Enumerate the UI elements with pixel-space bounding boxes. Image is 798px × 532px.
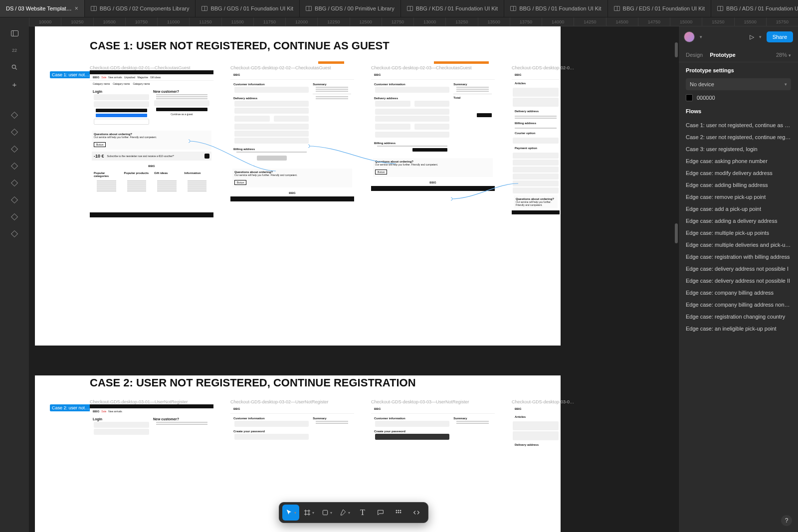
section-title: CASE 1: USER NOT REGISTERED, CONTINUE AS… bbox=[90, 39, 390, 52]
flow-item[interactable]: Edge case: an ineligible pick-up point bbox=[679, 323, 798, 335]
h: Delivery address bbox=[512, 441, 560, 448]
chevron-down-icon[interactable]: ▾ bbox=[700, 34, 702, 39]
component-icon[interactable] bbox=[10, 128, 18, 136]
chevron-down-icon: ▾ bbox=[785, 82, 787, 87]
text-tool[interactable]: T bbox=[354, 505, 371, 521]
file-tab[interactable]: BBG / BDS / 01 Foundation UI Kit bbox=[504, 0, 607, 17]
flow-item[interactable]: Edge case: adding a delivery address bbox=[679, 215, 798, 227]
file-tab[interactable]: BBG / GDS / 01 Foundation UI Kit bbox=[196, 0, 300, 17]
component-icon[interactable] bbox=[10, 230, 18, 238]
component-icon[interactable] bbox=[10, 111, 18, 119]
h: Delivery address bbox=[233, 97, 310, 100]
avatar[interactable] bbox=[684, 31, 695, 42]
background-color-row[interactable]: 000000 bbox=[686, 94, 791, 101]
flow-item[interactable]: Edge case: company billing address bbox=[679, 287, 798, 299]
frame-label: Checkout-GDS-desktop-02-0… bbox=[512, 65, 574, 70]
flow-item[interactable]: Edge case: multiple deliveries and pick-… bbox=[679, 239, 798, 251]
actions-tool[interactable] bbox=[390, 505, 407, 521]
flow-item[interactable]: Edge case: delivery address not possible… bbox=[679, 275, 798, 287]
login-heading: Login bbox=[93, 417, 150, 421]
flow-item[interactable]: Edge case: adding billing address bbox=[679, 179, 798, 191]
component-icon[interactable] bbox=[10, 179, 18, 187]
q-sub: Our service will help you further. Frien… bbox=[94, 136, 209, 139]
ruler-tick: 11250 bbox=[189, 17, 221, 26]
frame-tool[interactable]: ▾ bbox=[300, 505, 317, 521]
col-h: Popular products bbox=[124, 172, 150, 175]
tab-prototype[interactable]: Prototype bbox=[710, 52, 735, 58]
svg-point-19 bbox=[400, 512, 401, 513]
flow-item[interactable]: Edge case: asking phone number bbox=[679, 155, 798, 167]
flow-item[interactable]: Edge case: delivery address not possible… bbox=[679, 263, 798, 275]
ruler-tick: 14250 bbox=[574, 17, 605, 26]
file-tab[interactable]: BBG / GDS / 00 Primitive Library bbox=[300, 0, 401, 17]
shape-tool[interactable]: ▾ bbox=[318, 505, 335, 521]
nav-item: Unpacked bbox=[124, 76, 136, 79]
section-heading: Prototype settings bbox=[679, 62, 798, 76]
file-tab-active[interactable]: DS / 03 Website Templat… × bbox=[0, 0, 85, 17]
component-icon[interactable] bbox=[10, 145, 18, 153]
artboard[interactable]: BBG Articles Delivery address Billing ad… bbox=[512, 70, 560, 300]
frame-label: Checkout-GDS-desktop-02-02—CheckoutasGue… bbox=[230, 65, 331, 70]
component-icon[interactable] bbox=[10, 162, 18, 170]
h: Billing address bbox=[233, 148, 310, 151]
h: Billing address bbox=[374, 142, 450, 145]
flow-item[interactable]: Edge case: add a pick-up point bbox=[679, 203, 798, 215]
flow-item[interactable]: Edge case: multiple pick-up points bbox=[679, 227, 798, 239]
chevron-down-icon[interactable]: ▾ bbox=[759, 34, 762, 39]
flow-item[interactable]: Edge case: company billing address non-E… bbox=[679, 299, 798, 311]
move-tool[interactable]: ▾ bbox=[282, 505, 299, 521]
artboard[interactable]: BBG Articles Delivery address bbox=[512, 404, 560, 532]
ruler-tick: 11750 bbox=[253, 17, 285, 26]
q-sub: Our service will help you further. Frien… bbox=[234, 174, 350, 177]
file-tab[interactable]: BBG / EDS / 01 Foundation UI Kit bbox=[608, 0, 711, 17]
frame-label: Checkout-GDS-desktop-02-03—CheckoutasGue… bbox=[371, 65, 472, 70]
component-icon[interactable] bbox=[10, 196, 18, 204]
file-tab[interactable]: BBG / KDS / 01 Foundation UI Kit bbox=[401, 0, 504, 17]
book-icon bbox=[306, 6, 312, 11]
artboard[interactable]: BBG Customer information Delivery addres… bbox=[230, 70, 354, 264]
scrollbar-thumb[interactable] bbox=[675, 223, 678, 243]
tab-label: BBG / BDS / 01 Foundation UI Kit bbox=[519, 5, 601, 11]
device-selector[interactable]: No device ▾ bbox=[686, 78, 791, 90]
component-icon[interactable] bbox=[10, 213, 18, 221]
cat: Category name bbox=[133, 82, 150, 85]
add-icon[interactable]: + bbox=[10, 80, 18, 88]
book-icon bbox=[510, 6, 516, 11]
flow-item[interactable]: Case 2: user not registered, continue re… bbox=[679, 131, 798, 143]
comment-tool[interactable] bbox=[372, 505, 389, 521]
ruler-tick: 15500 bbox=[734, 17, 766, 26]
close-icon[interactable]: × bbox=[75, 5, 78, 12]
panel-toggle-icon[interactable] bbox=[10, 29, 18, 37]
scrollbar-thumb[interactable] bbox=[675, 42, 678, 57]
col-h: Information bbox=[185, 172, 210, 175]
artboard[interactable]: BBG Sale New arrivals Login New customer… bbox=[90, 404, 213, 532]
mini-button: Button bbox=[234, 180, 246, 185]
flow-item[interactable]: Edge case: registration with billing add… bbox=[679, 251, 798, 263]
logo: BBG bbox=[512, 404, 560, 413]
artboard[interactable]: BBG Customer information Delivery addres… bbox=[371, 70, 495, 264]
pen-tool[interactable]: ▾ bbox=[336, 505, 353, 521]
file-tab[interactable]: BBG / GDS / 02 Components Library bbox=[85, 0, 196, 17]
h: Customer information bbox=[374, 417, 450, 420]
artboard[interactable]: BBG Sale New arrivals Unpacked Magazine … bbox=[90, 70, 213, 291]
tab-label: BBG / GDS / 00 Primitive Library bbox=[315, 5, 395, 11]
h: Articles bbox=[512, 80, 560, 87]
flow-item[interactable]: Case 1: user not registered, continue as… bbox=[679, 119, 798, 131]
frame-label: Checkout-GDS-desktop-03-0… bbox=[512, 399, 574, 404]
file-tab[interactable]: BBG / ADS / 01 Foundation UI Kit bbox=[711, 0, 798, 17]
zoom-level[interactable]: 28% ▾ bbox=[776, 52, 791, 58]
help-button[interactable]: ? bbox=[781, 515, 792, 526]
flow-item[interactable]: Edge case: modify delivery address bbox=[679, 167, 798, 179]
ruler-horizontal: 10000 10250 10500 10750 11000 11250 1150… bbox=[29, 17, 798, 26]
flow-item[interactable]: Edge case: remove pick-up point bbox=[679, 191, 798, 203]
dev-tool[interactable] bbox=[408, 505, 425, 521]
book-icon bbox=[201, 6, 207, 11]
ruler-tick: 13500 bbox=[478, 17, 510, 26]
flow-item[interactable]: Edge case: registration changing country bbox=[679, 311, 798, 323]
share-button[interactable]: Share bbox=[767, 31, 793, 42]
canvas[interactable]: CASE 1: USER NOT REGISTERED, CONTINUE AS… bbox=[29, 26, 678, 532]
flow-item[interactable]: Case 3: user registered, login bbox=[679, 143, 798, 155]
tab-design[interactable]: Design bbox=[686, 52, 703, 58]
present-icon[interactable]: ▷ bbox=[750, 33, 754, 40]
search-icon[interactable] bbox=[10, 63, 18, 71]
